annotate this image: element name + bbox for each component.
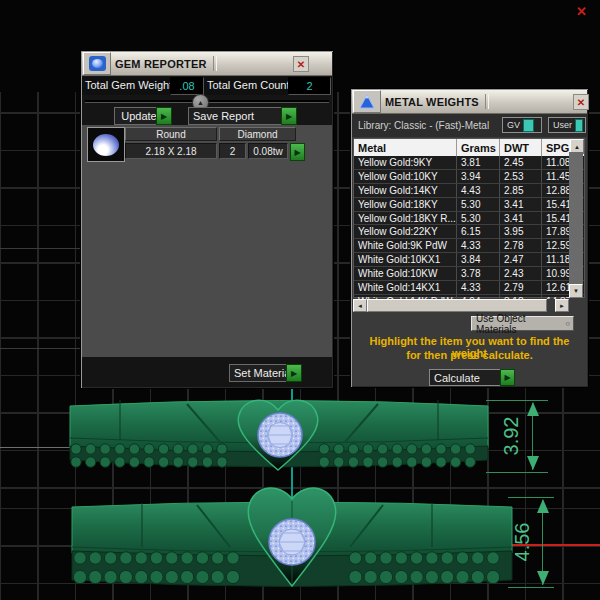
cell-grams: 4.43 (457, 184, 500, 197)
scroll-right-icon[interactable]: ► (555, 299, 569, 312)
table-row[interactable]: White Gold:9K PdW4.332.7812.59 (354, 239, 584, 253)
gem-totals-bar: Total Gem Weight .08 Total Gem Count 2 (82, 77, 332, 95)
grid-major-line (0, 248, 80, 249)
scroll-left-icon[interactable]: ◄ (353, 299, 367, 312)
table-row[interactable]: Yellow Gold:18KY5.303.4115.41 (354, 198, 584, 212)
cell-dwt: 2.53 (500, 170, 542, 183)
gem-count-cell[interactable]: 2 (219, 143, 246, 159)
col-grams[interactable]: Grams (457, 139, 500, 156)
table-row[interactable]: Yellow Gold:22KY6.153.9517.89 (354, 225, 584, 239)
use-object-materials-label: Use Object Materials (476, 313, 565, 335)
total-gem-count-label: Total Gem Count (207, 79, 290, 91)
total-gem-weight-value: .08 (170, 77, 204, 95)
ring-side-view-2[interactable] (60, 485, 520, 600)
cell-grams: 5.30 (457, 212, 500, 225)
cell-dwt: 2.78 (500, 239, 542, 252)
user-indicator (575, 119, 583, 132)
table-row[interactable]: Yellow Gold:18KY R...5.303.4115.41 (354, 212, 584, 226)
cell-metal: Yellow Gold:14KY (354, 184, 457, 197)
use-object-materials-button[interactable]: Use Object Materials ○ (471, 316, 574, 331)
metal-weights-table: Metal Grams DWT SPG ▲ Yellow Gold:9KY3.8… (353, 138, 585, 298)
dim2-arrowhead-down-icon (537, 571, 549, 585)
cell-metal: White Gold:9K PdW (354, 239, 457, 252)
cell-metal: Yellow Gold:18KY R... (354, 212, 457, 225)
ring-side-view-1[interactable] (60, 390, 500, 482)
table-row[interactable]: White Gold:10KW3.782.4310.99 (354, 267, 584, 281)
cell-metal: Yellow Gold:22KY (354, 225, 457, 238)
table-row[interactable]: Yellow Gold:14KY4.432.8512.88 (354, 184, 584, 198)
cell-metal: Yellow Gold:18KY (354, 198, 457, 211)
gem-reporter-app-icon (83, 52, 111, 75)
col-dwt[interactable]: DWT (500, 139, 542, 156)
dim1-arrowhead-up-icon (527, 402, 539, 416)
gv-indicator (523, 119, 534, 132)
table-row[interactable]: White Gold:10KX13.842.4711.18 (354, 253, 584, 267)
cell-metal: White Gold:10KX1 (354, 253, 457, 266)
user-toggle-button[interactable]: User (548, 117, 586, 133)
dim1-label: 3.92 (499, 404, 523, 468)
table-body: Yellow Gold:9KY3.812.4511.08Yellow Gold:… (354, 156, 584, 309)
gem-row-play-icon[interactable]: ▶ (290, 143, 305, 161)
dim2-arrowhead-up-icon (537, 499, 549, 513)
scrollbar-thumb[interactable] (367, 299, 547, 312)
dim2-label: 4.56 (510, 510, 534, 574)
cell-grams: 3.94 (457, 170, 500, 183)
dim1-ext-top (486, 400, 548, 401)
col-spg[interactable]: SPG (542, 139, 570, 156)
gem-size-cell[interactable]: 2.18 X 2.18 (125, 143, 217, 159)
vertical-scrollbar-track[interactable] (569, 152, 583, 284)
set-material-button[interactable]: Set Material (229, 364, 294, 382)
cell-grams: 3.78 (457, 267, 500, 280)
gem-reporter-title: GEM REPORTER (115, 58, 207, 70)
save-report-button[interactable]: Save Report (188, 107, 289, 125)
cell-metal: White Gold:10KW (354, 267, 457, 280)
cell-grams: 4.33 (457, 239, 500, 252)
metal-weights-title: METAL WEIGHTS (385, 96, 479, 108)
table-row[interactable]: White Gold:14KX14.332.7912.61 (354, 281, 584, 295)
cell-spg: 12.61 (542, 281, 570, 294)
cell-dwt: 2.85 (500, 184, 542, 197)
cell-spg: 17.89 (542, 225, 570, 238)
update-play-icon[interactable]: ▶ (156, 107, 172, 125)
gem-reporter-titlebar[interactable]: GEM REPORTER ✕ (82, 52, 332, 76)
cell-spg: 15.41 (542, 212, 570, 225)
user-label: User (553, 120, 572, 130)
save-report-play-icon[interactable]: ▶ (281, 107, 297, 125)
titlebar-groove (213, 56, 217, 71)
table-row[interactable]: Yellow Gold:9KY3.812.4511.08 (354, 156, 584, 170)
library-label: Library: Classic - (Fast)-Metal (352, 120, 489, 131)
dim2-ext-top (508, 497, 554, 498)
titlebar-groove (485, 94, 489, 109)
dim1-arrowhead-down-icon (527, 456, 539, 470)
dim2-ext-bottom (508, 587, 554, 588)
cell-grams: 6.15 (457, 225, 500, 238)
calculate-button[interactable]: Calculate (429, 369, 508, 386)
app-close-icon[interactable]: ✕ (576, 4, 587, 19)
metal-weights-window: METAL WEIGHTS ✕ Library: Classic - (Fast… (350, 88, 589, 388)
calculate-play-icon[interactable]: ▶ (500, 369, 515, 386)
metal-weights-close-icon[interactable]: ✕ (573, 94, 589, 110)
library-bar: Library: Classic - (Fast)-Metal GV User (352, 114, 587, 137)
cell-spg: 12.59 (542, 239, 570, 252)
cell-grams: 3.84 (457, 253, 500, 266)
cell-dwt: 3.41 (500, 198, 542, 211)
total-gem-count-value: 2 (288, 77, 331, 95)
cad-viewport: 3.92 4.56 GEM REPORTER ✕ Total Gem Weigh… (0, 0, 600, 600)
scroll-down-icon[interactable]: ▼ (569, 284, 583, 298)
cell-dwt: 3.95 (500, 225, 542, 238)
gem-weight-cell[interactable]: 0.08tw (248, 143, 288, 159)
cell-metal: White Gold:14KX1 (354, 281, 457, 294)
gem-image (93, 134, 119, 156)
cell-spg: 11.45 (542, 170, 570, 183)
metal-weights-titlebar[interactable]: METAL WEIGHTS ✕ (352, 90, 587, 114)
gv-toggle-button[interactable]: GV (502, 117, 542, 133)
col-metal[interactable]: Metal (354, 139, 457, 156)
horizontal-scrollbar[interactable]: ◄ ► (353, 299, 585, 312)
gem-reporter-close-icon[interactable]: ✕ (293, 56, 309, 72)
cell-dwt: 2.47 (500, 253, 542, 266)
cell-grams: 4.33 (457, 281, 500, 294)
table-row[interactable]: Yellow Gold:10KY3.942.5311.45 (354, 170, 584, 184)
set-material-play-icon[interactable]: ▶ (286, 364, 302, 382)
gem-thumbnail[interactable] (87, 127, 125, 162)
dim1-ext-bottom (486, 472, 548, 473)
